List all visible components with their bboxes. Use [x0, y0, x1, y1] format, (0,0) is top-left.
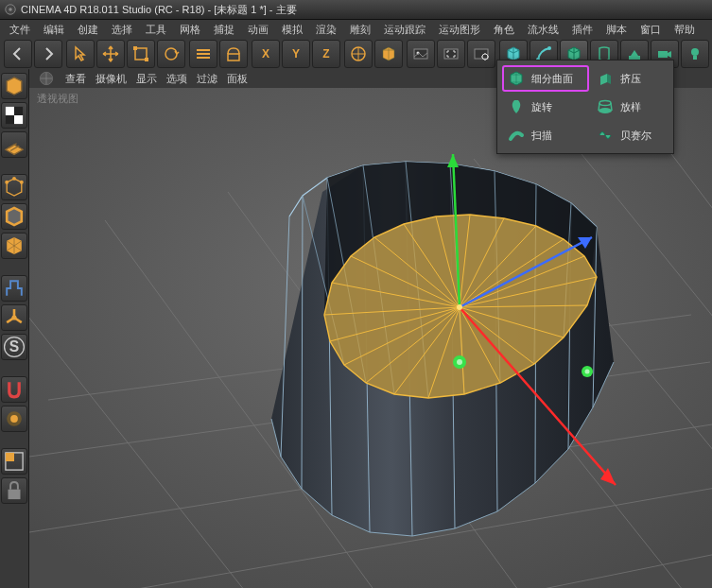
menu-render[interactable]: 渲染: [310, 21, 342, 39]
generator-popup[interactable]: 细分曲面 挤压 旋转 放样 扫描 贝赛尔: [496, 60, 674, 154]
viewmenu-filter[interactable]: 过滤: [197, 72, 217, 86]
poly-mode-button[interactable]: [1, 233, 27, 259]
svg-point-39: [10, 415, 18, 423]
workplane-button[interactable]: [1, 131, 27, 158]
viewport-solo-button[interactable]: [1, 448, 27, 475]
tweak-button[interactable]: [1, 275, 27, 302]
viewport-handle-icon[interactable]: [37, 69, 56, 88]
popup-bezier[interactable]: 贝赛尔: [592, 123, 668, 147]
menu-plugins[interactable]: 插件: [566, 21, 599, 39]
point-mode-button[interactable]: [1, 174, 27, 200]
select-tool[interactable]: [66, 40, 95, 68]
menu-track[interactable]: 运动跟踪: [378, 21, 431, 39]
axis-y-button[interactable]: Y: [282, 40, 310, 68]
lathe-icon: [507, 97, 526, 116]
menu-sculpt[interactable]: 雕刻: [344, 21, 376, 39]
menu-mesh[interactable]: 网格: [174, 21, 206, 39]
bezier-icon: [596, 126, 615, 145]
window-title: CINEMA 4D R18.011 Studio (RC - R18) - [未…: [21, 3, 297, 17]
lock-button[interactable]: [1, 477, 27, 504]
axis-z-button[interactable]: Z: [312, 40, 340, 68]
redo-button[interactable]: [34, 40, 62, 68]
svg-point-109: [599, 108, 612, 113]
svg-rect-41: [6, 453, 14, 461]
cube-orange-button[interactable]: [374, 40, 403, 68]
history-button[interactable]: [189, 40, 217, 68]
svg-rect-29: [14, 107, 23, 115]
svg-point-107: [457, 304, 462, 310]
locked-tool[interactable]: [219, 40, 248, 68]
scene-canvas: [29, 88, 712, 588]
menu-window[interactable]: 窗口: [634, 21, 667, 39]
sweep-icon: [507, 126, 526, 145]
menu-char[interactable]: 角色: [488, 21, 520, 39]
model-mode-button[interactable]: [1, 73, 27, 99]
svg-point-33: [20, 181, 24, 184]
scale-tool[interactable]: [127, 40, 155, 68]
svg-rect-28: [6, 107, 14, 115]
app-icon: [4, 3, 17, 16]
svg-rect-4: [145, 58, 148, 61]
render-region-button[interactable]: [437, 40, 465, 68]
svg-rect-8: [197, 57, 210, 59]
svg-rect-6: [197, 49, 210, 51]
viewmenu-display[interactable]: 显示: [136, 72, 157, 86]
menu-create[interactable]: 创建: [72, 21, 104, 39]
svg-point-1: [9, 8, 12, 11]
viewport-3d[interactable]: 透视视图: [29, 88, 712, 588]
soft-select-button[interactable]: [1, 406, 27, 432]
svg-point-108: [599, 101, 611, 106]
popup-label: 旋转: [531, 100, 552, 114]
viewmenu-options[interactable]: 选项: [166, 72, 187, 86]
move-tool[interactable]: [96, 40, 125, 68]
coord-system-button[interactable]: [344, 40, 373, 68]
popup-extrude[interactable]: 挤压: [592, 66, 668, 91]
popup-sweep[interactable]: 扫描: [503, 123, 588, 147]
light-button[interactable]: [681, 40, 709, 68]
menu-file[interactable]: 文件: [4, 21, 36, 39]
menu-mograph[interactable]: 运动图形: [433, 21, 486, 39]
svg-rect-3: [133, 46, 137, 50]
menu-help[interactable]: 帮助: [669, 21, 701, 39]
menu-select[interactable]: 选择: [106, 21, 138, 39]
menu-script[interactable]: 脚本: [600, 21, 633, 39]
menu-edit[interactable]: 编辑: [38, 21, 70, 39]
svg-rect-42: [9, 490, 21, 499]
menu-sim[interactable]: 模拟: [276, 21, 308, 39]
edge-mode-button[interactable]: [1, 203, 27, 230]
popup-subdivision-surface[interactable]: 细分曲面: [503, 66, 588, 91]
svg-point-5: [165, 48, 177, 60]
undo-button[interactable]: [4, 40, 32, 68]
svg-rect-13: [444, 49, 458, 59]
svg-rect-19: [658, 51, 668, 58]
menu-bar: 文件 编辑 创建 选择 工具 网格 捕捉 动画 模拟 渲染 雕刻 运动跟踪 运动…: [0, 20, 712, 39]
menu-snap[interactable]: 捕捉: [208, 21, 240, 39]
popup-loft[interactable]: 放样: [592, 95, 668, 119]
viewmenu-view[interactable]: 查看: [65, 72, 86, 86]
popup-label: 扫描: [531, 129, 552, 143]
viewmenu-camera[interactable]: 摄像机: [96, 72, 127, 86]
loft-icon: [596, 97, 615, 116]
menu-pipeline[interactable]: 流水线: [522, 21, 564, 39]
menu-tools[interactable]: 工具: [140, 21, 172, 39]
extrude-icon: [596, 69, 615, 88]
svg-rect-30: [6, 115, 14, 124]
viewport-label: 透视视图: [37, 92, 78, 106]
texture-mode-button[interactable]: [1, 102, 27, 129]
axis-x-button[interactable]: X: [252, 40, 280, 68]
magnet-button[interactable]: [1, 376, 27, 403]
svg-point-17: [547, 46, 551, 50]
render-settings-button[interactable]: [467, 40, 495, 68]
popup-lathe[interactable]: 旋转: [503, 95, 588, 119]
viewmenu-panel[interactable]: 面板: [227, 72, 248, 86]
svg-rect-7: [197, 53, 210, 55]
svg-point-20: [691, 48, 699, 56]
svg-point-34: [5, 181, 9, 184]
svg-point-32: [12, 177, 16, 181]
popup-label: 挤压: [620, 72, 641, 86]
menu-anim[interactable]: 动画: [242, 21, 274, 39]
render-pic-button[interactable]: [407, 40, 435, 68]
snap-button[interactable]: S: [1, 334, 27, 360]
rotate-tool[interactable]: [157, 40, 185, 68]
axis-mode-button[interactable]: [1, 304, 27, 331]
